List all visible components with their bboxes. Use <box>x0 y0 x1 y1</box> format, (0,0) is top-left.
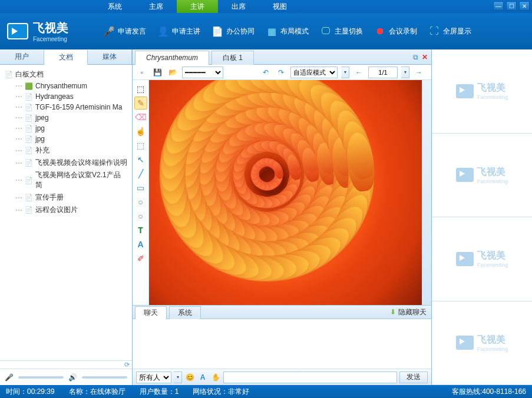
tab-users[interactable]: 用户 <box>0 49 44 64</box>
tree-item[interactable]: ⋯🟩Chrysanthemum <box>2 81 130 91</box>
tool-request-present[interactable]: 👤申请主讲 <box>153 22 204 40</box>
tree-item[interactable]: ⋯📄jpg <box>2 134 130 144</box>
popout-icon[interactable]: ⧉ <box>413 53 418 61</box>
pal-font[interactable]: A <box>134 238 147 251</box>
tree-item[interactable]: ⋯📄jpeg <box>2 112 130 123</box>
tree-connector-icon: ⋯ <box>15 82 22 90</box>
tree-item-label: jpg <box>35 124 45 132</box>
doc-tab-whiteboard1[interactable]: 白板 1 <box>212 51 254 65</box>
hand-icon[interactable]: ✋ <box>210 372 221 383</box>
menu-presenter[interactable]: 主讲 <box>177 0 218 13</box>
tree-item[interactable]: ⋯📄飞视美视频会议终端操作说明 <box>2 157 130 169</box>
tool-palette: ⬚ ✎ ⌫ ☝ ⬚ ↖ ╱ ▭ ○ ○ T A ✐ <box>133 80 149 305</box>
refresh-icon[interactable]: ⟳ <box>124 361 130 369</box>
undo-icon[interactable]: ↶ <box>260 67 272 78</box>
minimize-button[interactable]: — <box>493 1 504 11</box>
tree-item-label: jpg <box>35 135 45 143</box>
video-slot-3[interactable]: 飞视美Facemeeting <box>432 217 532 301</box>
send-button[interactable]: 发送 <box>399 372 428 383</box>
document-icon: 📄 <box>25 114 33 122</box>
speaker-slider[interactable] <box>82 376 127 379</box>
tree-item-label: 远程会议图片 <box>35 205 78 215</box>
tree-item-label: 飞视美视频会议终端操作说明 <box>35 158 127 168</box>
tree-connector-icon: ⋯ <box>15 176 22 184</box>
tree-item[interactable]: ⋯📄TGF-16-159 Artemisinin Ma <box>2 102 130 112</box>
pal-rect-select[interactable]: ⬚ <box>134 139 147 152</box>
save-icon[interactable]: 💾 <box>151 67 163 78</box>
maximize-button[interactable]: ☐ <box>506 1 517 11</box>
open-folder-icon[interactable]: 📂 <box>167 67 179 78</box>
pal-circle[interactable]: ○ <box>134 210 147 223</box>
tool-office-collab[interactable]: 📄办公协同 <box>207 22 258 40</box>
tree-item[interactable]: ⋯📄飞视美网络会议室V2.1产品简 <box>2 169 130 191</box>
video-slot-4[interactable]: 飞视美Facemeeting <box>432 301 532 386</box>
chat-tabs: 聊天 系统 ⬇ 隐藏聊天 <box>133 305 431 319</box>
next-page-icon[interactable]: → <box>413 67 425 78</box>
tree-item[interactable]: ⋯📄补充 <box>2 144 130 157</box>
page-dropdown[interactable]: ▾ <box>401 67 409 78</box>
document-icon: 📄 <box>25 206 33 214</box>
line-style-select[interactable]: ━━━━━ <box>182 67 223 78</box>
whiteboard-canvas[interactable] <box>149 80 422 305</box>
font-color-icon[interactable]: A <box>197 372 208 383</box>
new-doc-icon[interactable]: ▫ <box>136 67 148 78</box>
vertical-scrollbar[interactable] <box>422 80 431 305</box>
status-users: 用户数量：1 <box>140 387 179 397</box>
tree-connector-icon: ⋯ <box>15 92 22 101</box>
tab-media[interactable]: 媒体 <box>88 49 132 64</box>
pal-text[interactable]: T <box>134 224 147 237</box>
logo-icon <box>7 23 28 39</box>
pal-eraser[interactable]: ⌫ <box>134 111 147 124</box>
logo-icon <box>456 84 474 98</box>
pal-arrow[interactable]: ↖ <box>134 153 147 166</box>
chat-to-select[interactable]: 所有人 <box>136 372 171 383</box>
hide-chat-button[interactable]: ⬇ 隐藏聊天 <box>390 307 427 317</box>
doc-tab-chrysanthemum[interactable]: Chrysanthemum <box>135 51 209 65</box>
canvas-row: ⬚ ✎ ⌫ ☝ ⬚ ↖ ╱ ▭ ○ ○ T A ✐ <box>133 80 431 305</box>
fullscreen-icon: ⛶ <box>428 25 441 38</box>
menu-attend[interactable]: 出席 <box>218 0 259 13</box>
tree-item[interactable]: ⋯📄远程会议图片 <box>2 204 130 216</box>
tool-request-speak[interactable]: 🎤申请发言 <box>99 22 150 40</box>
video-slot-1[interactable]: 飞视美Facemeeting <box>432 49 532 134</box>
mic-slider[interactable] <box>18 376 64 379</box>
emoji-icon[interactable]: 😊 <box>184 372 195 383</box>
speaker-icon[interactable]: 🔊 <box>68 373 77 382</box>
zoom-mode-select[interactable]: 自适应模式 <box>290 67 338 78</box>
sidebar: 用户 文档 媒体 📄 白板文档 ⋯🟩Chrysanthemum⋯📄Hydrang… <box>0 49 133 385</box>
prev-page-icon[interactable]: ← <box>353 67 365 78</box>
tool-main-display[interactable]: 🖵主显切换 <box>316 22 366 40</box>
video-slot-2[interactable]: 飞视美Facemeeting <box>432 134 532 218</box>
chat-to-dropdown[interactable]: ▾ <box>174 372 182 383</box>
chat-tab-chat[interactable]: 聊天 <box>135 306 167 319</box>
pal-ellipse[interactable]: ○ <box>134 195 147 208</box>
layout-icon: ▦ <box>265 25 278 38</box>
close-window-button[interactable]: ✕ <box>519 1 530 11</box>
tool-record[interactable]: ⏺会议录制 <box>370 22 421 40</box>
redo-icon[interactable]: ↷ <box>275 67 287 78</box>
pal-select[interactable]: ⬚ <box>134 82 147 95</box>
tab-documents[interactable]: 文档 <box>44 50 88 65</box>
menu-chair[interactable]: 主席 <box>136 0 177 13</box>
tree-connector-icon: ⋯ <box>15 103 22 111</box>
pal-pointer[interactable]: ☝ <box>134 125 147 138</box>
pal-pencil[interactable]: ✎ <box>134 97 147 110</box>
pal-highlight[interactable]: ✐ <box>134 252 147 265</box>
zoom-dropdown[interactable]: ▾ <box>341 67 349 78</box>
tree-item[interactable]: ⋯📄jpg <box>2 123 130 134</box>
close-doc-icon[interactable]: ✕ <box>422 53 428 61</box>
pal-line[interactable]: ╱ <box>134 167 147 180</box>
chat-tab-system[interactable]: 系统 <box>169 306 201 319</box>
mic-level-icon[interactable]: 🎤 <box>5 373 14 382</box>
menu-view[interactable]: 视图 <box>259 0 300 13</box>
page-input[interactable] <box>368 67 398 78</box>
pal-rectangle[interactable]: ▭ <box>134 181 147 194</box>
tool-fullscreen[interactable]: ⛶全屏显示 <box>424 22 475 40</box>
menu-system[interactable]: 系统 <box>94 0 136 13</box>
tool-layout-mode[interactable]: ▦布局模式 <box>262 22 312 40</box>
tree-item[interactable]: ⋯📄Hydrangeas <box>2 91 130 102</box>
chat-input[interactable] <box>223 372 397 383</box>
document-icon: 📄 <box>25 124 33 132</box>
tree-item[interactable]: ⋯📄宣传手册 <box>2 191 130 204</box>
tree-root[interactable]: 📄 白板文档 <box>2 68 130 81</box>
